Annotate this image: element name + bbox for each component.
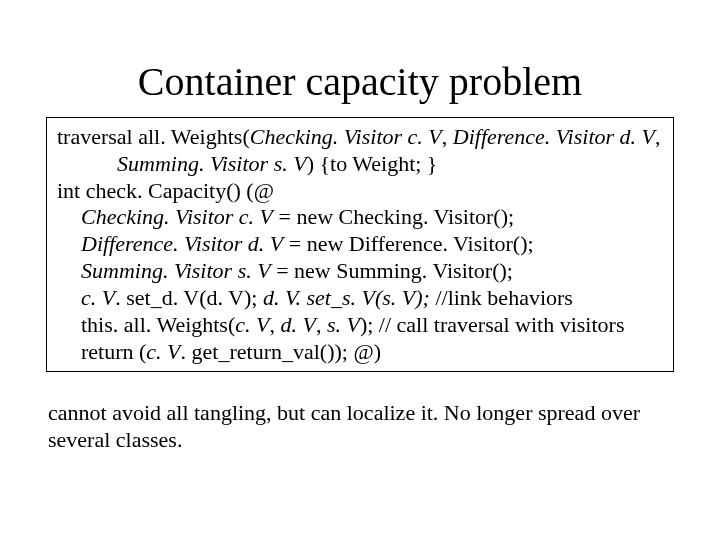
code-text: = new Difference. Visitor(); (283, 231, 533, 256)
slide: Container capacity problem traversal all… (0, 58, 720, 540)
code-ital: c. V (81, 285, 115, 310)
code-text: , (442, 124, 453, 149)
code-text: this. all. Weights( (81, 312, 235, 337)
code-line-4: Checking. Visitor c. V = new Checking. V… (57, 204, 663, 231)
code-text: ) {to Weight; } (307, 151, 438, 176)
code-text: , (269, 312, 280, 337)
caption-text: cannot avoid all tangling, but can local… (48, 400, 672, 453)
code-box: traversal all. Weights(Checking. Visitor… (46, 117, 674, 372)
slide-title: Container capacity problem (0, 58, 720, 105)
code-line-9: return (c. V. get_return_val()); @) (57, 339, 663, 366)
code-line-6: Summing. Visitor s. V = new Summing. Vis… (57, 258, 663, 285)
code-ital: d. V. set_s. V(s. V); (263, 285, 430, 310)
code-text: traversal all. Weights( (57, 124, 250, 149)
code-text: . get_return_val()); @) (181, 339, 381, 364)
code-text: //link behaviors (430, 285, 573, 310)
code-ital: s. V (327, 312, 360, 337)
code-ital: c. V (235, 312, 269, 337)
code-ital: d. V (280, 312, 315, 337)
code-line-3: int check. Capacity() (@ (57, 178, 663, 205)
code-line-5: Difference. Visitor d. V = new Differenc… (57, 231, 663, 258)
code-text: ); // call traversal with visitors (360, 312, 625, 337)
code-line-1: traversal all. Weights(Checking. Visitor… (57, 124, 663, 151)
code-line-2: Summing. Visitor s. V) {to Weight; } (57, 151, 663, 178)
code-text: = new Checking. Visitor(); (273, 204, 514, 229)
code-text: = new Summing. Visitor(); (271, 258, 513, 283)
code-line-7: c. V. set_d. V(d. V); d. V. set_s. V(s. … (57, 285, 663, 312)
code-text: , (655, 124, 661, 149)
code-line-8: this. all. Weights(c. V, d. V, s. V); //… (57, 312, 663, 339)
code-text: , (316, 312, 327, 337)
code-ital: c. V (146, 339, 180, 364)
code-ital: Difference. Visitor d. V (453, 124, 655, 149)
code-ital: Checking. Visitor c. V (250, 124, 442, 149)
code-ital: Checking. Visitor c. V (81, 204, 273, 229)
code-ital: Difference. Visitor d. V (81, 231, 283, 256)
code-text: return ( (81, 339, 146, 364)
code-ital: Summing. Visitor s. V (117, 151, 307, 176)
code-ital: Summing. Visitor s. V (81, 258, 271, 283)
code-text: . set_d. V(d. V); (115, 285, 263, 310)
